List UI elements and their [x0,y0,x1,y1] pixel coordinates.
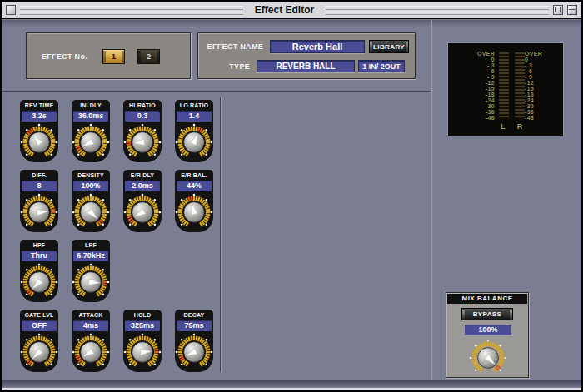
effect-editor-window: Effect Editor EFFECT No. 1 2 EFFECT NAME… [0,0,583,392]
meter-scale-label: -30 [525,103,561,109]
knob-dial-e-r-dly[interactable] [123,193,162,231]
knob-value: 325ms [125,320,160,331]
knob-value: Thru [22,251,57,261]
meter-scale-label: -12 [525,80,561,86]
meter-bar-left [498,52,509,119]
knob-dial-decay[interactable] [175,333,213,371]
meter-scale-label: -18 [525,92,561,97]
knob-module-density: DENSITY100% [72,170,110,232]
bypass-button[interactable]: BYPASS [461,308,513,320]
mix-balance-title: MIX BALANCE [447,294,527,304]
bottom-shadow [2,380,581,390]
knob-label: ATTACK [72,310,110,320]
knob-dial-diff[interactable] [20,193,58,231]
meter-scale-label: -30 [453,103,495,109]
meter-channel-right-label: R [514,122,526,131]
knob-module-attack: ATTACK4ms [72,310,110,372]
meter-scale-label: - 9 [453,74,495,80]
knob-module-lo-ratio: LO.RATIO1.4 [175,100,213,162]
knob-dial-e-r-bal[interactable] [175,193,213,231]
knob-dial-lpf[interactable] [72,263,110,301]
knob-label: DIFF. [20,170,58,181]
knob-dial-hold[interactable] [123,333,162,371]
knob-label: REV TIME [20,100,58,111]
meter-scale-label: -24 [525,97,561,103]
mix-balance-panel: MIX BALANCE BYPASS 100% [446,292,529,378]
knob-module-e-r-bal: E/R BAL.44% [175,170,213,232]
meter-scale-label: -15 [525,86,561,92]
meter-scale-label: -36 [453,109,495,115]
title-bar[interactable]: Effect Editor [2,2,581,19]
knob-dial-rev-time[interactable] [20,123,58,161]
meter-scale-label: - 9 [525,74,561,80]
meter-scale-label: -36 [525,109,561,115]
meter-scale-label: -24 [453,97,495,103]
meter-scale-label: - 3 [453,62,495,68]
knob-value: 2.0ms [125,181,160,191]
knob-label: LO.RATIO [175,100,213,111]
meter-scale-label: -15 [453,86,495,92]
knob-label: INI.DLY [72,100,110,111]
meter-scale-label: - 6 [525,68,561,74]
knob-module-ini-dly: INI.DLY36.0ms [72,100,110,162]
knob-module-gate-lvl: GATE LVLOFF [20,310,58,372]
knob-dial-density[interactable] [72,193,110,231]
meter-scale-label: -12 [453,80,495,86]
meter-channel-left-label: L [497,122,509,131]
meter-scale-label: -48 [453,115,495,121]
knob-dial-hpf[interactable] [20,263,58,301]
knob-value: 1.4 [177,111,212,122]
knob-value: 4ms [73,320,108,331]
knob-value: 100% [73,181,108,191]
knob-dial-lo-ratio[interactable] [175,123,213,161]
knob-value: 8 [22,181,57,191]
knob-module-hpf: HPFThru [20,240,58,302]
knob-value: 75ms [177,320,212,331]
knob-module-lpf: LPF6.70kHz [72,240,110,302]
titlebar-stripes [326,6,549,15]
knob-module-rev-time: REV TIME3.2s [20,100,58,162]
knob-module-decay: DECAY75ms [175,310,213,372]
knob-module-hold: HOLD325ms [123,310,162,372]
knob-label: LPF [72,240,110,251]
knob-label: E/R BAL. [175,170,213,181]
content-area: EFFECT No. 1 2 EFFECT NAME Reverb Hall L… [2,20,581,390]
titlebar-stripes [20,6,243,15]
knob-dial-gate-lvl[interactable] [20,333,58,371]
knob-value: 36.0ms [73,111,108,122]
knob-label: DECAY [175,310,213,320]
knob-label: HI.RATIO [123,100,162,111]
knob-module-e-r-dly: E/R DLY2.0ms [123,170,162,232]
mix-balance-knob[interactable] [469,339,507,377]
zoom-box-button[interactable] [553,5,563,15]
meter-scale-left: OVER0- 3- 6- 9-12-15-18-24-30-36-48 [453,51,495,121]
knob-value: 0.3 [125,111,160,122]
knob-module-hi-ratio: HI.RATIO0.3 [123,100,162,162]
knob-label: HPF [20,240,58,251]
mix-balance-value: 100% [465,325,511,335]
collapse-box-button[interactable] [567,5,577,15]
knob-label: HOLD [123,310,162,320]
meter-scale-label: -18 [453,92,495,97]
meter-scale-right: OVER0- 3- 6- 9-12-15-18-24-30-36-48 [525,51,561,121]
knob-value: 6.70kHz [73,251,108,261]
knob-label: DENSITY [72,170,110,181]
knob-dial-hi-ratio[interactable] [123,123,162,161]
window-title: Effect Editor [247,4,321,16]
knob-value: 44% [177,181,212,191]
close-button[interactable] [6,5,16,15]
knob-label: GATE LVL [20,310,58,320]
knob-value: 3.2s [22,111,57,122]
meter-scale-label: 0 [453,57,495,62]
knob-label: E/R DLY [123,170,162,181]
level-meter-panel: OVER0- 3- 6- 9-12-15-18-24-30-36-48 OVER… [447,42,564,136]
knob-dial-attack[interactable] [72,333,110,371]
meter-scale-label: 0 [525,57,561,62]
meter-scale-label: - 3 [525,62,561,68]
meter-scale-label: - 6 [453,68,495,74]
meter-scale-label: OVER [525,51,561,57]
knob-dial-ini-dly[interactable] [72,123,110,161]
meter-bar-right [514,52,525,119]
knob-value: OFF [22,320,57,331]
meter-scale-label: OVER [453,51,495,57]
